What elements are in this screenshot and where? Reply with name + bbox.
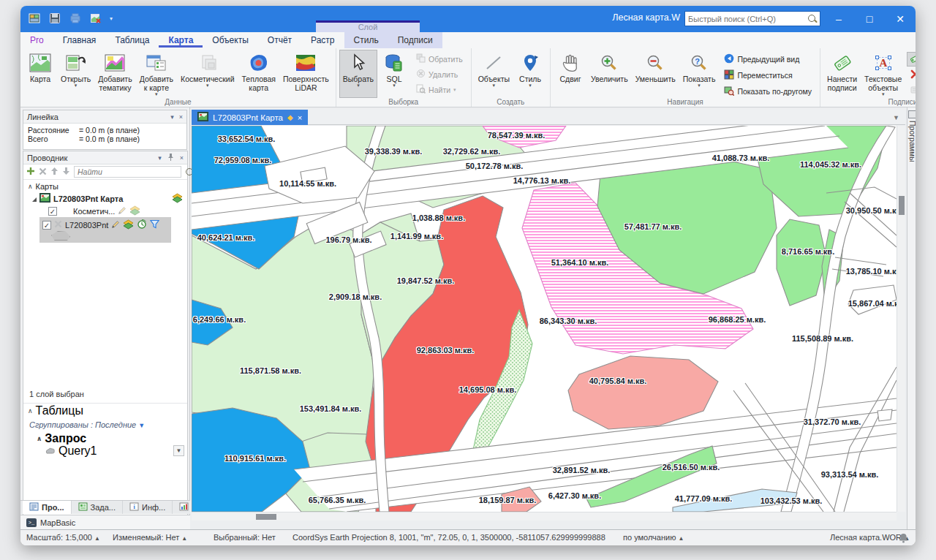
save-workspace-icon[interactable] [48,12,61,25]
area-label: 1,141.99 м.кв. [390,232,443,241]
collapse-icon[interactable]: ∧ [28,183,33,190]
filter-funnel-icon[interactable] [150,219,159,230]
ribbon-tab-таблица[interactable]: Таблица [105,34,159,47]
ribbon-tab-растр[interactable]: Растр [301,34,344,47]
ribbon-tab-карта[interactable]: Карта [159,34,203,48]
area-label: 153,491.84 м.кв. [300,404,362,413]
pin-icon[interactable] [167,153,175,162]
ribbon-tab-отчёт[interactable]: Отчёт [258,34,301,47]
edit-pencil-icon[interactable] [111,220,120,230]
edit-labels-button[interactable]: Редактировать [907,52,916,67]
ribbon-tab-объекты[interactable]: Объекты [203,34,258,47]
tree-node-tables[interactable]: ∧ Таблицы [23,404,187,418]
refresh-clock-icon[interactable] [137,219,147,231]
ribbon-tab-главная[interactable]: Главная [53,34,106,47]
tree-node-maps[interactable]: ∧ Карты [23,180,187,192]
explorer-search-input[interactable] [74,166,181,178]
add-to-map-button[interactable]: Добавитьк карте▾ [136,50,177,98]
quick-search-input[interactable] [688,15,807,23]
close-icon[interactable]: × [179,113,183,121]
cosmetic-button[interactable]: Косметический▾ [177,50,238,98]
area-label: 19,847.52 м.кв. [397,276,455,285]
tree-node-query[interactable]: ∧ Запрос [23,431,187,445]
tree-node-map[interactable]: L720803Pnt Карта [23,192,187,205]
remove-layer-icon [54,220,62,230]
status-scale[interactable]: Масштаб: 1:5,000 ▲ [26,533,100,542]
window-layout-icon[interactable] [28,12,41,25]
style-button[interactable]: Стиль▾ [513,50,547,98]
dock-tab-зада[interactable]: Зада... [72,501,123,514]
close-icon[interactable]: × [180,154,184,162]
status-default[interactable]: по умолчанию ▲ [623,533,684,542]
layer-row-selected[interactable]: ✓ L720803Pnt [39,217,171,243]
minimize-button[interactable]: – [823,6,854,32]
close-button[interactable]: ✕ [885,6,916,32]
mapbasic-panel-tab[interactable]: >_ MapBasic [20,515,190,529]
status-coordsys: CoordSys Earth Projection 8, 1001, "m", … [292,533,605,542]
layer-style-swatch[interactable] [51,231,70,241]
layer-visibility-checkbox[interactable]: ✓ [42,221,51,230]
map-button[interactable]: Карта [23,50,57,98]
mapbasic-icon: >_ [26,518,37,527]
ruler-row-value: = 0.0 m (в плане) [79,126,140,135]
status-editable[interactable]: Изменяемый: Нет ▲ [113,533,187,542]
zoom-in-button[interactable]: Увеличить [587,50,632,98]
lidar-surface-button[interactable]: ПоверхностьLiDAR [279,50,333,98]
qat-dropdown-icon[interactable]: ▾ [110,15,113,22]
invert-selection-icon [416,53,426,64]
select-button[interactable]: Выбрать▾ [339,50,377,98]
map-horizontal-scrollbar[interactable] [192,512,897,521]
create-objects-button[interactable]: Объекты▾ [475,50,513,98]
open-button[interactable]: Открыть▾ [57,50,94,98]
area-label: 13,785.10 м.кв. [846,267,897,276]
add-thematic-button[interactable]: Добавитьтематику [94,50,135,98]
map-vertical-scrollbar[interactable] [897,126,905,512]
programs-side-tab[interactable]: Программы [907,107,916,529]
move-to-button[interactable]: Переместиться [720,68,815,83]
quick-search-box[interactable] [684,11,820,26]
thematic-layers-icon[interactable] [172,193,183,205]
tab-overflow-icon[interactable]: ▼ [893,114,899,121]
expand-icon[interactable] [32,197,37,202]
map-canvas[interactable]: 33,652.54 м.кв.78,547.39 м.кв.39,338.39 … [192,126,897,512]
dock-tab-про[interactable]: Про... [23,501,72,514]
panel-menu-icon[interactable]: ▾ [170,113,174,121]
notifications-bell-icon[interactable] [899,533,908,545]
save-map-image-icon[interactable] [89,12,102,25]
collapse-icon[interactable]: ∧ [37,435,42,442]
previous-view-button[interactable]: Предыдущий вид [720,52,815,67]
status-workspace[interactable]: Лесная карта.WOR ▲ [830,533,910,542]
panel-menu-icon[interactable]: ▾ [158,154,162,162]
ribbon-tab-подписи[interactable]: Подписи [388,34,442,47]
add-icon[interactable] [26,165,35,178]
zoom-show-button[interactable]: ?Показать▾ [679,50,720,98]
status-bar: Масштаб: 1:5,000 ▲ Изменяемый: Нет ▲ Выб… [20,529,916,545]
maximize-button[interactable]: □ [854,6,885,32]
layer-row-cosmetic[interactable]: ✓ Косметич... [23,205,187,217]
collapse-icon[interactable]: ∧ [28,407,33,415]
search-icon[interactable] [807,14,817,23]
scrollbar-thumb[interactable] [899,196,905,215]
sql-button[interactable]: SQL▾ [377,50,411,98]
add-theme-icon[interactable] [123,219,134,231]
close-tab-icon[interactable]: × [298,113,302,122]
zoom-out-button[interactable]: Уменьшить [632,50,679,98]
delete-labels-button[interactable]: Удалить [907,68,916,82]
ribbon-tab-стиль[interactable]: Стиль [344,34,388,47]
layer-visibility-checkbox[interactable]: ✓ [48,207,57,216]
dock-tab-инф[interactable]: iИнф... [123,501,173,514]
grouped-by-control[interactable]: Сгруппированы : Последние ▼ [23,418,187,431]
apply-labels-button[interactable]: Нанестиподписи [823,50,861,98]
layer-theme-icon [129,205,140,217]
heatmap-button[interactable]: Тепловаякарта [238,50,279,98]
map-document-tab[interactable]: L720803Pnt Карта ◆ × [192,110,308,125]
scrollbar-thumb[interactable] [256,514,276,520]
tree-scroll-down-button[interactable]: ▼ [173,445,184,456]
text-objects-button[interactable]: AТекстовыеобъекты▾ [861,50,905,98]
pan-button[interactable]: Сдвиг [554,50,587,98]
ribbon-tab-pro[interactable]: Pro [20,34,53,47]
tree-node-query1[interactable]: Query1 [23,445,187,456]
show-differently-button[interactable]: Показать по-другому [720,84,815,99]
ribbon-group-навигация: СдвигУвеличитьУменьшить?Показать▾Предыду… [551,48,820,107]
move-up-icon [50,165,58,178]
